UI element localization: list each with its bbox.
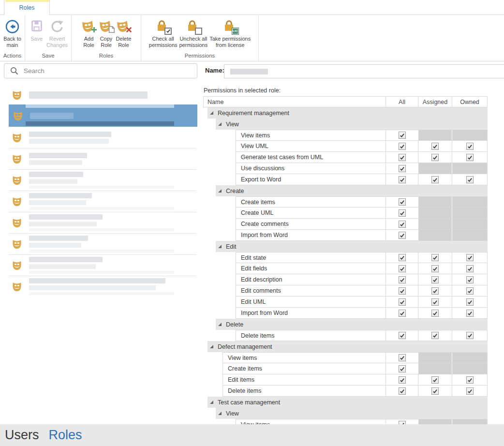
permission-cell-owned[interactable]: [452, 263, 487, 274]
checkbox-checked[interactable]: [431, 143, 439, 150]
checkbox-checked[interactable]: [399, 165, 406, 172]
checkbox-checked[interactable]: [399, 287, 406, 295]
permission-group-row[interactable]: View: [216, 408, 488, 419]
permission-cell-owned[interactable]: [452, 274, 487, 285]
permission-row[interactable]: Edit description: [236, 274, 488, 285]
permission-group-row[interactable]: View: [216, 119, 488, 130]
permission-cell-assigned[interactable]: [418, 253, 452, 263]
permission-row[interactable]: Create comments: [236, 219, 488, 230]
permission-cell-assigned[interactable]: [418, 308, 452, 318]
permission-row[interactable]: View items: [236, 130, 488, 141]
permission-cell-assigned[interactable]: [418, 330, 452, 341]
expander-icon[interactable]: [218, 411, 222, 416]
checkbox-checked[interactable]: [431, 310, 439, 317]
permission-cell-assigned[interactable]: [418, 297, 452, 307]
permission-cell-assigned[interactable]: [418, 386, 452, 396]
expander-icon[interactable]: [209, 344, 214, 349]
permission-cell-all[interactable]: [385, 419, 418, 424]
permission-cell-owned[interactable]: [452, 297, 487, 307]
role-list-item[interactable]: [0, 127, 203, 148]
copy-role-button[interactable]: CopyRole: [98, 17, 115, 48]
permission-cell-owned[interactable]: [452, 152, 487, 163]
expander-icon[interactable]: [218, 322, 222, 327]
permission-cell-all[interactable]: [385, 130, 418, 140]
role-list-item[interactable]: [0, 85, 203, 104]
permission-cell-all[interactable]: [385, 374, 418, 385]
save-button[interactable]: Save: [28, 17, 45, 48]
permission-cell-owned[interactable]: [452, 285, 487, 296]
permission-cell-all[interactable]: [385, 253, 418, 263]
permission-row[interactable]: Edit items: [222, 374, 488, 386]
permission-cell-all[interactable]: [385, 141, 418, 151]
checkbox-checked[interactable]: [399, 232, 406, 239]
checkbox-checked[interactable]: [466, 176, 474, 183]
permission-cell-assigned[interactable]: [418, 174, 452, 185]
role-list-item[interactable]: [0, 191, 203, 212]
checkbox-checked[interactable]: [399, 221, 406, 228]
permission-cell-owned[interactable]: [452, 174, 487, 185]
checkbox-checked[interactable]: [431, 332, 439, 339]
permission-cell-all[interactable]: [385, 274, 418, 285]
checkbox-checked[interactable]: [399, 421, 406, 424]
role-list-item[interactable]: [0, 148, 203, 169]
checkbox-checked[interactable]: [399, 376, 406, 384]
permission-row[interactable]: View items: [222, 352, 488, 363]
expander-icon[interactable]: [218, 189, 222, 193]
checkbox-checked[interactable]: [399, 265, 406, 272]
permission-cell-assigned[interactable]: [418, 274, 452, 285]
permission-cell-all[interactable]: [385, 297, 418, 307]
permission-row[interactable]: Create UML: [236, 208, 488, 219]
checkbox-checked[interactable]: [399, 332, 406, 339]
permission-cell-assigned[interactable]: [418, 141, 452, 151]
checkbox-checked[interactable]: [399, 365, 406, 372]
permission-cell-all[interactable]: [385, 263, 418, 274]
expander-icon[interactable]: [218, 244, 222, 249]
checkbox-checked[interactable]: [466, 387, 474, 395]
checkbox-checked[interactable]: [431, 265, 439, 272]
permission-cell-all[interactable]: [385, 197, 418, 207]
checkbox-checked[interactable]: [466, 276, 474, 283]
column-header-all[interactable]: All: [385, 97, 418, 107]
checkbox-checked[interactable]: [399, 176, 406, 183]
role-list-item[interactable]: [0, 233, 203, 254]
permission-group-row[interactable]: Defect management: [208, 341, 488, 352]
search-box[interactable]: [4, 63, 197, 78]
permission-cell-assigned[interactable]: [418, 374, 452, 385]
permission-group-row[interactable]: Edit: [216, 241, 488, 252]
checkbox-checked[interactable]: [466, 154, 474, 161]
role-list-item[interactable]: [0, 276, 203, 297]
permission-row[interactable]: Generate test cases from UML: [236, 152, 488, 163]
permission-row[interactable]: Edit UML: [236, 297, 488, 308]
permission-group-row[interactable]: Delete: [216, 319, 488, 330]
checkbox-checked[interactable]: [466, 298, 474, 306]
checkbox-checked[interactable]: [431, 254, 439, 261]
column-header-assigned[interactable]: Assigned: [418, 97, 452, 107]
permission-cell-assigned[interactable]: [418, 152, 452, 163]
search-input[interactable]: [23, 67, 197, 75]
permission-cell-assigned[interactable]: [418, 263, 452, 274]
footer-tab-users[interactable]: Users: [5, 428, 39, 443]
permission-cell-all[interactable]: [385, 285, 418, 296]
checkbox-checked[interactable]: [466, 376, 474, 384]
checkbox-checked[interactable]: [431, 387, 439, 395]
checkbox-checked[interactable]: [466, 254, 474, 261]
permission-cell-all[interactable]: [385, 208, 418, 218]
role-list-item[interactable]: [9, 104, 197, 127]
permission-group-row[interactable]: Requirement management: [208, 107, 488, 119]
permission-cell-all[interactable]: [385, 219, 418, 229]
permission-row[interactable]: View items: [236, 419, 488, 424]
permission-row[interactable]: Create items: [222, 363, 488, 374]
checkbox-checked[interactable]: [399, 132, 406, 139]
permission-group-row[interactable]: Create: [216, 185, 488, 196]
permission-cell-all[interactable]: [385, 230, 418, 240]
checkbox-checked[interactable]: [399, 154, 406, 161]
check-all-permissions-button[interactable]: Check allpermissions: [148, 17, 178, 48]
checkbox-checked[interactable]: [431, 276, 439, 283]
take-permissions-from-license-button[interactable]: LIC Take permissionsfrom license: [208, 17, 252, 48]
checkbox-checked[interactable]: [466, 310, 474, 317]
permission-row[interactable]: Import from Word: [236, 230, 488, 241]
checkbox-checked[interactable]: [399, 387, 406, 395]
permission-row[interactable]: Edit fields: [236, 263, 488, 274]
permission-cell-owned[interactable]: [452, 308, 487, 318]
permission-cell-all[interactable]: [385, 386, 418, 396]
